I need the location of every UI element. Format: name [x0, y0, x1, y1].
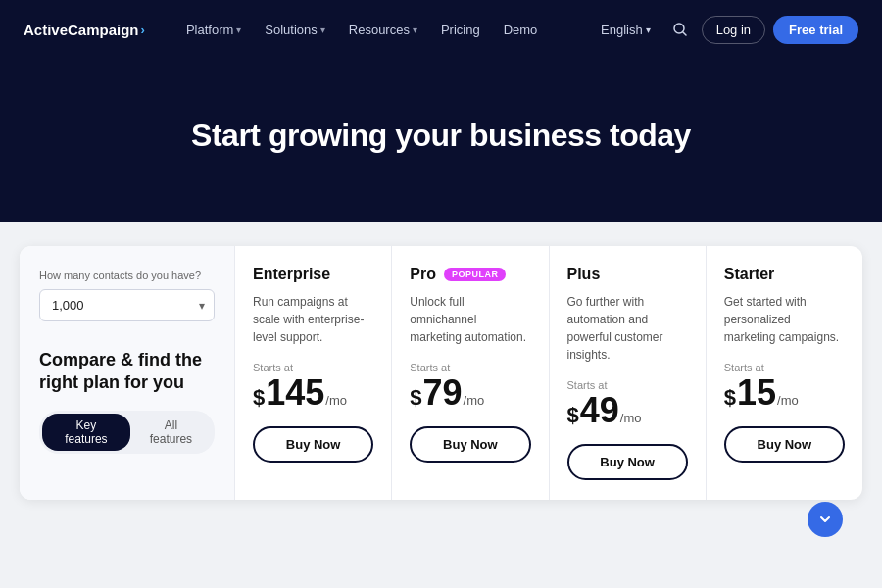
language-selector[interactable]: English ▾	[593, 17, 659, 43]
price-dollar-pro: $	[410, 385, 421, 411]
free-trial-button[interactable]: Free trial	[773, 16, 858, 44]
navbar: ActiveCampaign › Platform ▾ Solutions ▾ …	[0, 0, 882, 59]
chevron-down-icon: ▾	[646, 24, 651, 35]
plan-enterprise: Enterprise Run campaigns at scale with e…	[235, 246, 392, 500]
plan-desc-enterprise: Run campaigns at scale with enterprise-l…	[253, 293, 373, 346]
price-plus: $ 49 /mo	[567, 393, 688, 428]
compare-title: Compare & find the right plan for you	[39, 349, 215, 395]
price-amount-plus: 49	[580, 393, 619, 428]
left-panel: How many contacts do you have? 1,000 2,5…	[20, 246, 235, 500]
price-enterprise: $ 145 /mo	[253, 375, 373, 411]
logo[interactable]: ActiveCampaign ›	[24, 22, 145, 38]
chevron-down-icon: ▾	[236, 24, 241, 35]
key-features-button[interactable]: Key features	[42, 414, 130, 451]
plan-header-enterprise: Enterprise	[253, 266, 373, 283]
svg-line-1	[683, 32, 686, 35]
nav-right: English ▾ Log in Free trial	[593, 16, 858, 44]
plan-desc-starter: Get started with personalized marketing …	[724, 293, 845, 346]
plan-header-starter: Starter	[724, 266, 845, 283]
pricing-section: How many contacts do you have? 1,000 2,5…	[0, 222, 882, 561]
price-dollar-plus: $	[567, 403, 579, 428]
price-starter: $ 15 /mo	[724, 375, 845, 411]
buy-now-plus[interactable]: Buy Now	[567, 444, 688, 480]
plan-header-plus: Plus	[567, 266, 688, 283]
scroll-indicator[interactable]	[808, 502, 843, 537]
logo-arrow: ›	[141, 23, 145, 37]
plan-name-enterprise: Enterprise	[253, 266, 330, 283]
price-dollar-starter: $	[724, 385, 736, 411]
plan-plus: Plus Go further with automation and powe…	[550, 246, 707, 500]
contacts-label: How many contacts do you have?	[39, 270, 215, 281]
chevron-down-icon: ▾	[320, 24, 325, 35]
pricing-card-area: How many contacts do you have? 1,000 2,5…	[20, 246, 862, 500]
nav-solutions[interactable]: Solutions ▾	[255, 17, 334, 43]
price-amount-enterprise: 145	[266, 375, 324, 411]
price-dollar-enterprise: $	[253, 385, 265, 411]
plan-name-plus: Plus	[567, 266, 601, 283]
buy-now-pro[interactable]: Buy Now	[410, 426, 530, 463]
price-mo-enterprise: /mo	[325, 393, 347, 408]
plan-name-pro: Pro	[410, 266, 436, 283]
plan-pro: Pro Popular Unlock full omnichannel mark…	[392, 246, 549, 500]
contacts-select-wrapper: 1,000 2,500 5,000 10,000	[39, 289, 215, 321]
contacts-select[interactable]: 1,000 2,500 5,000 10,000	[39, 289, 215, 321]
price-pro: $ 79 /mo	[410, 375, 530, 411]
plan-name-starter: Starter	[724, 266, 775, 283]
price-mo-pro: /mo	[464, 393, 485, 408]
buy-now-starter[interactable]: Buy Now	[724, 426, 845, 463]
hero-heading: Start growing your business today	[20, 118, 862, 154]
price-mo-starter: /mo	[777, 393, 799, 408]
logo-text: ActiveCampaign	[24, 22, 139, 38]
feature-toggle: Key features All features	[39, 411, 215, 454]
plan-desc-plus: Go further with automation and powerful …	[567, 293, 688, 364]
nav-platform[interactable]: Platform ▾	[176, 17, 251, 43]
nav-pricing[interactable]: Pricing	[431, 17, 490, 43]
nav-demo[interactable]: Demo	[494, 17, 548, 43]
plan-desc-pro: Unlock full omnichannel marketing automa…	[410, 293, 530, 346]
all-features-button[interactable]: All features	[130, 414, 212, 451]
hero-section: Start growing your business today	[0, 59, 882, 222]
popular-badge: Popular	[444, 268, 507, 281]
login-button[interactable]: Log in	[702, 16, 765, 44]
nav-resources[interactable]: Resources ▾	[339, 17, 427, 43]
search-icon[interactable]	[666, 16, 694, 43]
buy-now-enterprise[interactable]: Buy Now	[253, 426, 373, 463]
plan-header-pro: Pro Popular	[410, 266, 530, 283]
price-amount-pro: 79	[423, 375, 463, 411]
plan-starter: Starter Get started with personalized ma…	[707, 246, 862, 500]
price-amount-starter: 15	[737, 375, 776, 411]
price-mo-plus: /mo	[620, 411, 642, 425]
chevron-down-icon: ▾	[413, 24, 417, 35]
nav-links: Platform ▾ Solutions ▾ Resources ▾ Prici…	[176, 17, 593, 43]
plan-columns: Enterprise Run campaigns at scale with e…	[235, 246, 862, 500]
